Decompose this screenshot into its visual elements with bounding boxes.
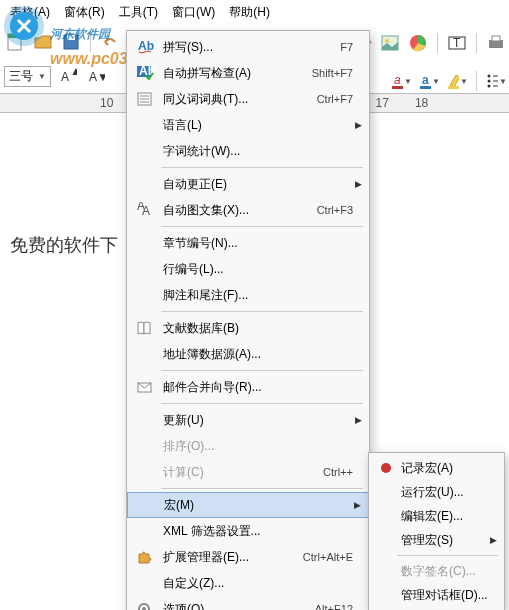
submenu-record[interactable]: 记录宏(A) <box>369 456 504 480</box>
macro-submenu: 记录宏(A) 运行宏(U)... 编辑宏(E)... 管理宏(S) ▶ 数字签名… <box>368 452 505 610</box>
menu-font[interactable]: 窗体(R) <box>64 4 105 21</box>
svg-text:▲: ▲ <box>70 67 77 78</box>
app-logo <box>0 2 48 50</box>
font-size-label: 三号 <box>9 68 33 85</box>
menu-tools[interactable]: 工具(T) <box>119 4 158 21</box>
svg-text:A: A <box>61 70 69 84</box>
menu-calculate: 计算(C) Ctrl++ <box>127 459 369 485</box>
menu-extmanager[interactable]: 扩展管理器(E)... Ctrl+Alt+E <box>127 544 369 570</box>
menu-xmlfilter[interactable]: XML 筛选器设置... <box>127 518 369 544</box>
print2-icon[interactable] <box>485 32 507 54</box>
submenu-run[interactable]: 运行宏(U)... <box>369 480 504 504</box>
mail-icon <box>133 377 157 397</box>
svg-text:a: a <box>394 73 401 87</box>
svg-text:A: A <box>89 70 97 84</box>
svg-rect-28 <box>492 36 500 41</box>
menu-help[interactable]: 帮助(H) <box>229 4 270 21</box>
menu-footnote[interactable]: 脚注和尾注(F)... <box>127 282 369 308</box>
marker-icon[interactable]: ▼ <box>446 70 468 92</box>
autocheck-icon: Ab <box>133 63 157 83</box>
svg-point-38 <box>488 85 491 88</box>
svg-rect-33 <box>448 86 459 89</box>
svg-point-34 <box>488 75 491 78</box>
document-text: 免费的软件下 <box>10 235 118 255</box>
svg-point-36 <box>488 80 491 83</box>
svg-point-23 <box>385 39 389 43</box>
save-icon[interactable] <box>60 31 82 53</box>
svg-text:A: A <box>142 204 150 218</box>
menu-update[interactable]: 更新(U)▶ <box>127 407 369 433</box>
menu-autocorrect[interactable]: 自动更正(E) ▶ <box>127 171 369 197</box>
textbox-icon[interactable]: T <box>446 32 468 54</box>
menubar: 表格(A) 窗体(R) 工具(T) 窗口(W) 帮助(H) <box>0 0 509 25</box>
menu-language[interactable]: 语言(L) ▶ <box>127 112 369 138</box>
menu-chapter[interactable]: 章节编号(N)... <box>127 230 369 256</box>
svg-text:▼: ▼ <box>97 70 105 84</box>
menu-window[interactable]: 窗口(W) <box>172 4 215 21</box>
menu-addressbook[interactable]: 地址簿数据源(A)... <box>127 341 369 367</box>
thesaurus-icon <box>133 89 157 109</box>
book-icon <box>133 318 157 338</box>
gear-icon <box>133 599 157 610</box>
svg-rect-30 <box>392 86 403 89</box>
autotext-icon: AA <box>133 200 157 220</box>
puzzle-icon <box>133 547 157 567</box>
undo-icon[interactable] <box>99 31 121 53</box>
menu-macro[interactable]: 宏(M)▶ <box>127 492 369 518</box>
menu-options[interactable]: 选项(O)... Alt+F12 <box>127 596 369 610</box>
menu-mailmerge[interactable]: 邮件合并向导(R)... <box>127 374 369 400</box>
svg-rect-32 <box>420 86 431 89</box>
bullets-icon[interactable]: ▼ <box>485 70 507 92</box>
svg-text:T: T <box>453 36 461 50</box>
menu-bibliography[interactable]: 文献数据库(B) <box>127 315 369 341</box>
svg-rect-5 <box>67 35 75 40</box>
menu-linenumber[interactable]: 行编号(L)... <box>127 256 369 282</box>
submenu-dialog[interactable]: 管理对话框(D)... <box>369 583 504 607</box>
tools-menu: Ab 拼写(S)... F7 Ab 自动拼写检查(A) Shift+F7 同义词… <box>126 30 370 610</box>
record-icon <box>375 459 397 477</box>
menu-sort: 排序(O)... <box>127 433 369 459</box>
chart-icon[interactable] <box>407 32 429 54</box>
image-icon[interactable] <box>379 32 401 54</box>
svg-point-52 <box>381 463 391 473</box>
menu-autotext[interactable]: AA 自动图文集(X)... Ctrl+F3 <box>127 197 369 223</box>
menu-wordcount[interactable]: 字词统计(W)... <box>127 138 369 164</box>
highlight-icon[interactable]: a▼ <box>418 70 440 92</box>
fontcolor-icon[interactable]: a▼ <box>390 70 412 92</box>
font-size-select[interactable]: 三号 ▼ <box>4 66 51 87</box>
spellcheck-icon: Ab <box>133 37 157 57</box>
menu-autocheck[interactable]: Ab 自动拼写检查(A) Shift+F7 <box>127 60 369 86</box>
submenu-edit[interactable]: 编辑宏(E)... <box>369 504 504 528</box>
font-grow-icon[interactable]: A▲ <box>57 65 79 87</box>
menu-spellcheck[interactable]: Ab 拼写(S)... F7 <box>127 34 369 60</box>
menu-thesaurus[interactable]: 同义词词典(T)... Ctrl+F7 <box>127 86 369 112</box>
submenu-signature: 数字签名(C)... <box>369 559 504 583</box>
right-toolbar-1: ▼ T <box>351 32 507 54</box>
menu-customize[interactable]: 自定义(Z)... <box>127 570 369 596</box>
svg-text:a: a <box>422 73 429 87</box>
right-toolbar-2: a▼ a▼ ▼ ▼ <box>390 70 507 92</box>
font-shrink-icon[interactable]: A▼ <box>85 65 107 87</box>
submenu-organize[interactable]: 管理宏(S) ▶ <box>369 528 504 552</box>
